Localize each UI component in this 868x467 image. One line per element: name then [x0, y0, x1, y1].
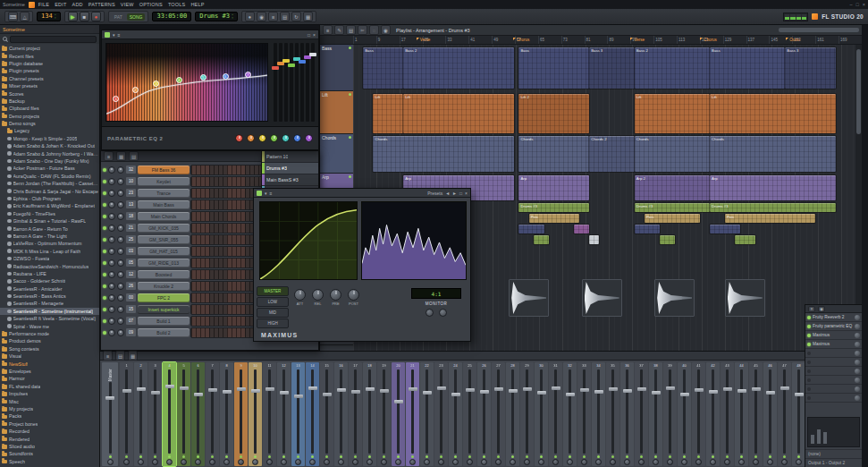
volume-fader[interactable]: [411, 369, 414, 454]
channel-pan-knob[interactable]: [108, 178, 115, 185]
fx-enable-led[interactable]: [807, 361, 811, 364]
channel-pan-knob[interactable]: [108, 271, 115, 278]
browser-item[interactable]: Envelopes: [0, 368, 99, 375]
channel-target-selector[interactable]: 18: [126, 212, 136, 220]
channel-pan-knob[interactable]: [108, 259, 115, 267]
track-mute-led[interactable]: [349, 175, 351, 178]
strip-mute-led[interactable]: [726, 455, 729, 458]
strip-pan-knob[interactable]: [452, 459, 459, 465]
browser-item[interactable]: Channel presets: [0, 75, 99, 82]
close-icon[interactable]: ×: [313, 32, 316, 38]
fader-handle[interactable]: [194, 393, 203, 396]
strip-mute-led[interactable]: [426, 455, 428, 458]
detach-icon[interactable]: □: [308, 32, 310, 38]
fx-mix-knob[interactable]: [855, 386, 860, 392]
master-pan-knob[interactable]: [107, 459, 114, 465]
browser-item[interactable]: SeamlessR - Menagerie: [0, 300, 99, 307]
strip-mute-led[interactable]: [340, 455, 342, 458]
browser-item[interactable]: Recent files: [0, 52, 99, 59]
strip-mute-led[interactable]: [125, 455, 128, 458]
browser-item[interactable]: SeamlessR - Bass Antics: [0, 293, 99, 300]
preset-next-icon[interactable]: ►: [452, 191, 457, 196]
strip-mute-led[interactable]: [740, 455, 743, 458]
eq-band-knob[interactable]: [235, 134, 243, 142]
volume-fader[interactable]: [268, 369, 271, 454]
volume-fader[interactable]: [754, 369, 757, 454]
menu-item[interactable]: FILE: [38, 2, 49, 7]
browser-item[interactable]: Packs: [0, 412, 99, 420]
strip-pan-knob[interactable]: [767, 459, 773, 465]
volume-fader[interactable]: [168, 369, 171, 454]
browser-item[interactable]: Plugin presets: [0, 67, 99, 74]
plugin-menu-icon[interactable]: ≡: [118, 32, 121, 38]
strip-pan-knob[interactable]: [753, 459, 759, 465]
mixer-strip[interactable]: 42: [706, 362, 720, 466]
volume-fader[interactable]: [454, 369, 457, 454]
strip-mute-led[interactable]: [211, 455, 214, 458]
slider-handle[interactable]: [282, 59, 290, 63]
slider-handle[interactable]: [299, 60, 306, 64]
channel-button[interactable]: Main Chords: [138, 212, 190, 221]
strip-mute-led[interactable]: [554, 455, 557, 458]
scrollbar-thumb[interactable]: [856, 49, 861, 134]
strip-eq-display[interactable]: [807, 417, 860, 447]
mixer-strip[interactable]: 35: [606, 362, 619, 466]
fx-mix-knob[interactable]: [855, 395, 860, 401]
master-mute-led[interactable]: [109, 455, 112, 458]
mixer-strip[interactable]: 4: [163, 362, 176, 466]
strip-mute-led[interactable]: [282, 455, 285, 458]
mixer-strip[interactable]: 36: [620, 362, 634, 466]
browser-item[interactable]: Raubana - LIFE: [0, 270, 99, 277]
browser-item[interactable]: Project bones: [0, 420, 99, 428]
channel-volume-knob[interactable]: [117, 306, 124, 313]
mixer-strip[interactable]: 45: [749, 362, 763, 466]
channel-enable-led[interactable]: [103, 284, 106, 288]
fader-handle[interactable]: [223, 390, 232, 394]
fx-enable-led[interactable]: [807, 378, 811, 382]
volume-fader[interactable]: [697, 369, 700, 454]
channel-volume-knob[interactable]: [117, 283, 124, 290]
browser-item[interactable]: SeamlessR ft Veela - Sometime (Vocal): [0, 315, 99, 322]
strip-pan-knob[interactable]: [138, 459, 144, 465]
channel-target-selector[interactable]: 07: [126, 317, 136, 325]
channel-target-selector[interactable]: 26: [126, 282, 136, 290]
play-button[interactable]: ▶: [68, 12, 78, 21]
volume-fader[interactable]: [597, 369, 600, 454]
fader-handle[interactable]: [795, 393, 804, 396]
mixer-detach-icon[interactable]: ▦: [128, 351, 138, 361]
volume-fader[interactable]: [468, 369, 471, 454]
slider-handle[interactable]: [288, 64, 295, 67]
volume-fader[interactable]: [354, 369, 357, 454]
channel-pan-knob[interactable]: [108, 190, 115, 197]
compressor-knob[interactable]: [330, 289, 341, 301]
browser-item[interactable]: Product demos: [0, 337, 99, 344]
strip-mute-led[interactable]: [640, 455, 643, 458]
browser-item[interactable]: Backup: [0, 98, 99, 105]
strip-pan-knob[interactable]: [567, 459, 573, 465]
strip-pan-knob[interactable]: [223, 459, 230, 465]
volume-fader[interactable]: [540, 369, 543, 454]
fader-handle[interactable]: [709, 390, 718, 394]
channel-target-selector[interactable]: 10: [126, 177, 136, 185]
strip-pan-knob[interactable]: [152, 459, 158, 465]
fader-handle[interactable]: [165, 385, 174, 388]
audio-clip[interactable]: [725, 279, 765, 317]
volume-fader[interactable]: [583, 369, 586, 454]
channel-volume-knob[interactable]: [117, 225, 124, 232]
plugin-options-icon[interactable]: ▾: [265, 191, 267, 196]
fx-slot[interactable]: [805, 394, 862, 403]
browser-item[interactable]: RadioactiveSandwich - Homunculus: [0, 262, 99, 269]
browser-item[interactable]: Chris Bulman & Sarja Jagai - No Escape: [0, 187, 99, 194]
mixer-strip[interactable]: 37: [635, 362, 648, 466]
pattern-spinner[interactable]: ▴▾: [232, 13, 233, 19]
strip-mute-led[interactable]: [254, 455, 257, 458]
channel-pan-knob[interactable]: [108, 294, 115, 301]
master-fader-handle[interactable]: [105, 396, 114, 400]
fx-slot[interactable]: Fruity Reeverb 2: [805, 313, 862, 322]
channel-target-selector[interactable]: 12: [126, 270, 136, 278]
fx-enable-led[interactable]: [807, 387, 811, 391]
fx-slot[interactable]: Maximus: [805, 340, 862, 349]
volume-fader[interactable]: [368, 369, 371, 454]
volume-fader[interactable]: [712, 369, 714, 454]
volume-fader[interactable]: [325, 369, 328, 454]
